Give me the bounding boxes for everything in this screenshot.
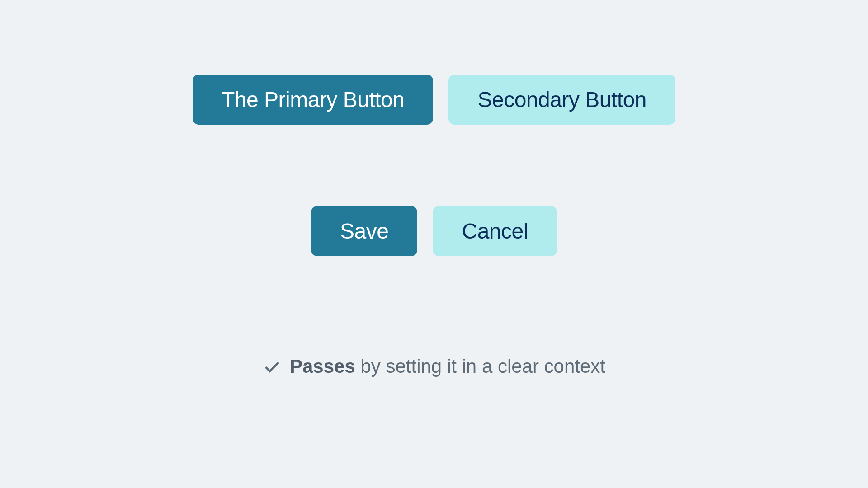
button-row-context: Save Cancel	[311, 206, 557, 256]
save-button[interactable]: Save	[311, 206, 417, 256]
secondary-button-generic[interactable]: Secondary Button	[448, 75, 675, 125]
caption: Passes by setting it in a clear context	[263, 356, 605, 377]
primary-button-generic[interactable]: The Primary Button	[193, 75, 433, 125]
check-icon	[263, 357, 282, 376]
example-content: The Primary Button Secondary Button Save…	[193, 75, 675, 377]
button-row-generic: The Primary Button Secondary Button	[193, 75, 675, 125]
caption-rest: by setting it in a clear context	[355, 356, 605, 377]
caption-strong: Passes	[290, 356, 355, 377]
caption-text: Passes by setting it in a clear context	[290, 356, 605, 377]
cancel-button[interactable]: Cancel	[433, 206, 557, 256]
